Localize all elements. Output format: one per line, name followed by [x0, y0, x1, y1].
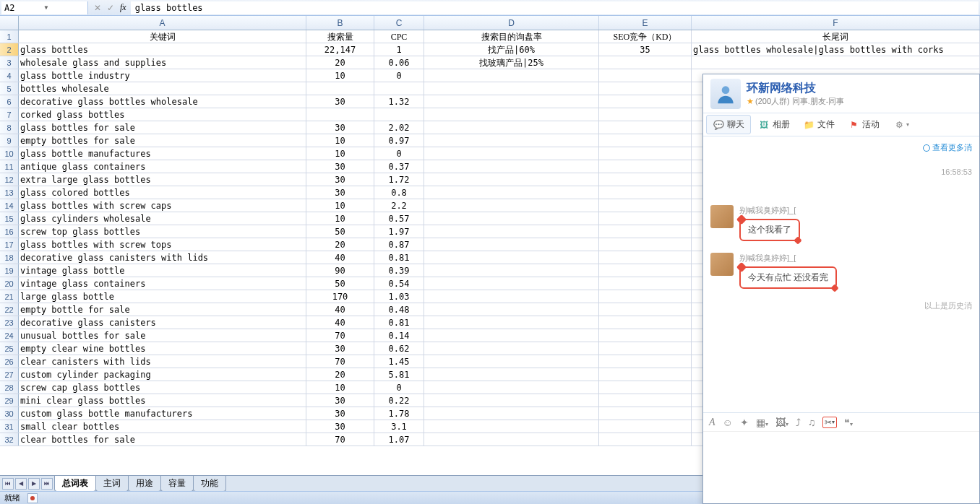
cell[interactable]: 20 [306, 238, 374, 251]
row-header[interactable]: 30 [0, 407, 19, 420]
cell[interactable]: 0.48 [374, 303, 424, 316]
row-header[interactable]: 3 [0, 56, 19, 69]
cell[interactable]: 0.54 [374, 277, 424, 290]
cell[interactable] [424, 225, 599, 238]
cell[interactable] [599, 277, 692, 290]
cell[interactable]: 30 [306, 342, 374, 355]
cell[interactable]: 1 [374, 43, 424, 56]
cell[interactable] [424, 212, 599, 225]
cell[interactable]: glass bottle manufactures [19, 147, 306, 160]
cell[interactable] [306, 108, 374, 121]
tab-last-icon[interactable]: ⏭ [41, 478, 53, 490]
cell[interactable]: 长尾词 [692, 30, 980, 43]
row-header[interactable]: 5 [0, 82, 19, 95]
cell[interactable] [424, 82, 599, 95]
row-header[interactable]: 32 [0, 433, 19, 446]
cell[interactable]: 30 [306, 407, 374, 420]
cell[interactable] [599, 381, 692, 394]
cell[interactable] [306, 82, 374, 95]
emoji-icon[interactable]: ☺ [723, 417, 733, 428]
cell[interactable] [424, 95, 599, 108]
chat-tab-chat[interactable]: 💬聊天 [706, 115, 751, 134]
cell[interactable] [599, 355, 692, 368]
cell[interactable]: decorative glass bottles wholesale [19, 95, 306, 108]
cancel-icon[interactable]: ✕ [94, 3, 101, 13]
cell[interactable]: 1.45 [374, 355, 424, 368]
cell[interactable]: 10 [306, 212, 374, 225]
col-header-C[interactable]: C [374, 16, 424, 30]
cell[interactable]: screw cap glass bottles [19, 381, 306, 394]
cell[interactable]: 0.37 [374, 160, 424, 173]
cell[interactable]: 1.03 [374, 290, 424, 303]
cell[interactable]: 搜索目的询盘率 [424, 30, 599, 43]
row-header[interactable]: 17 [0, 238, 19, 251]
music-icon[interactable]: ♫ [808, 417, 816, 428]
cell[interactable]: 0.14 [374, 329, 424, 342]
cell[interactable] [424, 381, 599, 394]
cell[interactable]: glass colored bottles [19, 186, 306, 199]
quote-icon[interactable]: ❝▾ [844, 417, 853, 428]
col-header-F[interactable]: F [692, 16, 980, 30]
fx-icon[interactable]: fx [120, 2, 126, 13]
cell[interactable] [424, 433, 599, 446]
cell[interactable]: extra large glass bottles [19, 173, 306, 186]
cell[interactable]: 1.97 [374, 225, 424, 238]
row-header[interactable]: 21 [0, 290, 19, 303]
cell[interactable]: vintage glass containers [19, 277, 306, 290]
cell[interactable]: 找玻璃产品|25% [424, 56, 599, 69]
cell[interactable]: 找产品|60% [424, 43, 599, 56]
cell[interactable] [599, 316, 692, 329]
message-input[interactable] [703, 431, 979, 503]
cell[interactable] [424, 147, 599, 160]
chat-tab-album[interactable]: 🖼相册 [752, 116, 796, 134]
cell[interactable]: antique glass containers [19, 160, 306, 173]
cell[interactable] [424, 251, 599, 264]
sheet-tab[interactable]: 功能 [193, 476, 226, 492]
cell[interactable] [424, 329, 599, 342]
cell[interactable]: 2.2 [374, 199, 424, 212]
col-header-A[interactable]: A [19, 16, 306, 30]
cell[interactable]: 0 [374, 381, 424, 394]
row-header[interactable]: 4 [0, 69, 19, 82]
cell[interactable]: unusual bottles for sale [19, 329, 306, 342]
cell[interactable] [424, 199, 599, 212]
cell[interactable] [599, 303, 692, 316]
cell[interactable]: 90 [306, 264, 374, 277]
cell[interactable]: clear canisters with lids [19, 355, 306, 368]
confirm-icon[interactable]: ✓ [107, 3, 114, 13]
cell[interactable] [599, 160, 692, 173]
cell[interactable] [599, 186, 692, 199]
cell[interactable]: 0 [374, 69, 424, 82]
cell[interactable] [599, 433, 692, 446]
row-header[interactable]: 27 [0, 368, 19, 381]
cell[interactable]: 20 [306, 368, 374, 381]
upload-icon[interactable]: ⤴ [796, 417, 801, 428]
view-more-messages[interactable]: 查看更多消 [710, 142, 972, 153]
cell[interactable]: 30 [306, 173, 374, 186]
cell[interactable]: clear bottles for sale [19, 433, 306, 446]
cell[interactable]: wholesale glass and supplies [19, 56, 306, 69]
formula-input[interactable]: glass bottles [131, 1, 979, 14]
cell[interactable]: 1.72 [374, 173, 424, 186]
cell[interactable]: 20 [306, 56, 374, 69]
avatar[interactable] [710, 253, 734, 276]
cell[interactable] [424, 108, 599, 121]
cell[interactable]: 30 [306, 394, 374, 407]
row-header[interactable]: 11 [0, 160, 19, 173]
cell[interactable]: 0.62 [374, 342, 424, 355]
sheet-tab[interactable]: 容量 [160, 476, 194, 492]
cell[interactable]: glass cylinders wholesale [19, 212, 306, 225]
cell[interactable] [424, 316, 599, 329]
avatar[interactable] [710, 205, 734, 228]
cell[interactable]: 10 [306, 134, 374, 147]
cell[interactable]: mini clear glass bottles [19, 394, 306, 407]
cell[interactable] [599, 342, 692, 355]
cell[interactable]: 22,147 [306, 43, 374, 56]
cell[interactable] [599, 95, 692, 108]
cell[interactable]: 0.97 [374, 134, 424, 147]
cell[interactable]: 1.07 [374, 433, 424, 446]
cell[interactable] [599, 329, 692, 342]
cell[interactable]: 50 [306, 225, 374, 238]
row-header[interactable]: 25 [0, 342, 19, 355]
cell[interactable]: decorative glass canisters [19, 316, 306, 329]
